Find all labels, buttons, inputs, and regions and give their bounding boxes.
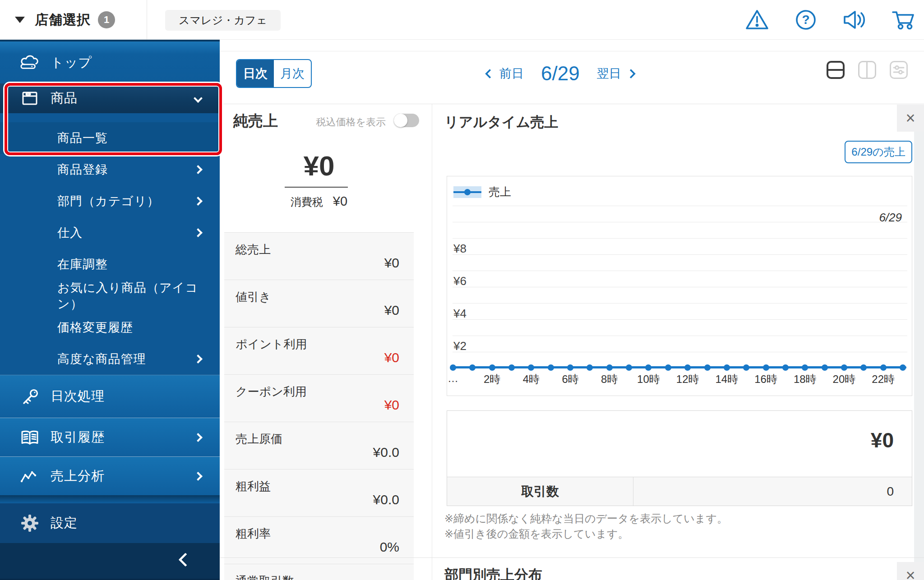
sidebar-item-settings[interactable]: 設定 [0, 503, 220, 543]
chart-data-point [528, 364, 534, 371]
date-sales-button[interactable]: 6/29の売上 [845, 141, 912, 163]
y-tick-label: ¥8 [453, 242, 467, 256]
chart-data-point [782, 364, 789, 371]
chevron-left-icon [178, 552, 192, 566]
sidebar-item-transaction-history[interactable]: 取引履歴 [0, 418, 220, 456]
y-tick-label: ¥4 [453, 307, 467, 321]
chart-data-point [450, 364, 456, 371]
sidebar: トップ 商品 商品一覧 商品登録 部門（カテゴリ） [0, 40, 220, 580]
topbar-divider [147, 0, 147, 40]
svg-text:?: ? [802, 13, 809, 27]
sidebar-subitem-categories[interactable]: 部門（カテゴリ） [0, 185, 220, 217]
chevron-right-icon [194, 228, 203, 237]
tax-toggle-label: 税込価格を表示 [298, 115, 386, 129]
chart-data-point [587, 364, 593, 371]
sidebar-item-top[interactable]: トップ [0, 41, 220, 83]
alert-triangle-icon[interactable] [744, 7, 770, 32]
megaphone-icon[interactable] [842, 7, 867, 32]
sidebar-collapse-bar[interactable] [0, 543, 220, 580]
chart-data-point [489, 364, 495, 371]
transactions-label: 取引数 [447, 477, 633, 506]
sidebar-subitem-favorites[interactable]: お気に入り商品（アイコン） [0, 280, 220, 312]
stat-row: ポイント利用 ¥0 [224, 327, 414, 375]
gear-icon [20, 514, 40, 532]
footnote: ※値引き後の金額を表示しています。 [444, 526, 728, 542]
store-tab[interactable]: スマレジ・カフェ [165, 10, 281, 31]
tax-display-toggle[interactable] [394, 114, 419, 127]
chart-data-point [900, 364, 906, 371]
sidebar-item-label: 設定 [51, 514, 78, 532]
x-tick-label: … [448, 372, 458, 385]
close-realtime-button[interactable]: × [897, 105, 924, 132]
x-tick-label: 6時 [562, 372, 578, 387]
sidebar-item-label: トップ [51, 54, 92, 72]
sidebar-subitem-price-history[interactable]: 価格変更履歴 [0, 312, 220, 343]
chevron-right-icon[interactable] [626, 69, 636, 78]
sidebar-subitem-stock-adjust[interactable]: 在庫調整 [0, 249, 220, 280]
x-tick-label: 16時 [754, 372, 777, 387]
chart-data-point [860, 364, 867, 371]
sidebar-item-label: 商品 [51, 89, 78, 107]
cloud-icon [20, 55, 40, 71]
stat-row: 通常取引数 [224, 564, 414, 580]
footnote: ※締めに関係なく純粋な当日のデータを表示しています。 [444, 511, 728, 526]
sidebar-subitem-purchasing[interactable]: 仕入 [0, 217, 220, 249]
trend-icon [20, 469, 40, 484]
tab-monthly[interactable]: 月次 [274, 60, 311, 87]
chart-data-point [606, 364, 613, 371]
chart-data-point [802, 364, 808, 371]
sidebar-subitem-product-list[interactable]: 商品一覧 [0, 122, 220, 154]
topbar: 店舗選択 1 スマレジ・カフェ ? [0, 0, 924, 40]
topbar-icon-group: ? [744, 0, 916, 40]
chart-data-point [645, 364, 651, 371]
book-icon [20, 429, 40, 446]
chart-data-point [822, 364, 828, 371]
x-tick-label: 8時 [601, 372, 618, 387]
layout-rows-icon[interactable] [827, 61, 845, 79]
sidebar-item-label: 売上分析 [51, 467, 105, 485]
caret-down-icon [15, 17, 25, 23]
chart-data-point [508, 364, 515, 371]
sidebar-item-daily-closing[interactable]: 日次処理 [0, 375, 220, 418]
current-date[interactable]: 6/29 [541, 62, 580, 85]
sidebar-subitem-advanced[interactable]: 高度な商品管理 [0, 343, 220, 375]
sidebar-item-products[interactable]: 商品 [0, 83, 220, 113]
legend-line-icon [453, 186, 481, 198]
stat-row: 値引き ¥0 [224, 280, 414, 327]
prev-day-button[interactable]: 前日 [499, 65, 524, 82]
legend-label: 売上 [489, 184, 511, 199]
chart-legend-sales[interactable]: 売上 [453, 184, 511, 199]
realtime-sales-chart: 売上 6/29 ¥8¥6¥4¥2 …2時4時6時8時10時12時14時16時18… [447, 176, 912, 396]
transactions-amount: ¥0 [871, 428, 894, 452]
chevron-right-icon [194, 165, 203, 174]
store-selector[interactable]: 店舗選択 1 [15, 8, 115, 32]
consumption-tax: 消費税¥0 [224, 194, 414, 209]
stat-row: クーポン利用 ¥0 [224, 375, 414, 422]
x-tick-label: 10時 [637, 372, 660, 387]
widget-settings-icon[interactable] [890, 61, 908, 79]
chevron-left-icon[interactable] [485, 69, 494, 78]
tab-daily[interactable]: 日次 [237, 60, 274, 87]
x-tick-label: 22時 [872, 372, 895, 387]
transactions-panel: ¥0 取引数 0 [447, 410, 912, 506]
layout-columns-icon[interactable] [858, 61, 876, 79]
cart-icon[interactable] [891, 7, 916, 32]
help-circle-icon[interactable]: ? [793, 7, 818, 32]
next-day-button[interactable]: 翌日 [597, 65, 621, 82]
sidebar-shadow [0, 495, 220, 503]
chart-data-point [626, 364, 632, 371]
transactions-row: 取引数 0 [447, 477, 912, 506]
chart-data-point [704, 364, 711, 371]
chart-data-point [880, 364, 887, 371]
dashboard-page: 店舗選択 1 スマレジ・カフェ ? [0, 0, 924, 580]
scroll-gutter[interactable] [914, 105, 924, 580]
net-sales-stat-list: 総売上 ¥0 値引き ¥0 ポイント利用 ¥0 クーポン利用 ¥0 売上原価 ¥… [224, 232, 414, 580]
layout-icon-group [827, 61, 908, 79]
store-count-badge: 1 [98, 11, 115, 28]
y-tick-label: ¥2 [453, 339, 467, 353]
chevron-down-icon [194, 94, 203, 103]
close-category-button[interactable]: × [897, 562, 924, 580]
chart-data-point [469, 364, 476, 371]
sidebar-subitem-product-register[interactable]: 商品登録 [0, 154, 220, 185]
sidebar-item-sales-analysis[interactable]: 売上分析 [0, 456, 220, 495]
